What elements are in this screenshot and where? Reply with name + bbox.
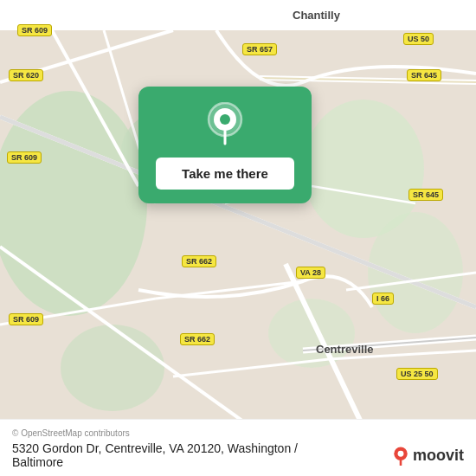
svg-point-6 — [61, 325, 164, 411]
map-background — [0, 0, 476, 476]
moovit-logo: moovit — [392, 445, 464, 466]
road-label-sr620: SR 620 — [9, 69, 43, 81]
bottom-bar: © OpenStreetMap contributors 5320 Gordon… — [0, 419, 476, 476]
svg-point-4 — [368, 212, 463, 333]
address-line: 5320 Gordon Dr, Centreville, VA 20120, W… — [12, 441, 464, 469]
road-label-i66: I 66 — [372, 293, 394, 305]
road-label-us50: US 50 — [403, 33, 434, 45]
take-me-there-button[interactable]: Take me there — [156, 158, 294, 190]
svg-point-30 — [398, 451, 404, 457]
road-label-sr657: SR 657 — [242, 43, 277, 55]
pin-icon-wrapper — [203, 102, 248, 147]
road-label-us2550: US 25 50 — [396, 368, 438, 380]
location-card: Take me there — [138, 87, 312, 203]
address-city: Baltimore — [12, 455, 63, 469]
address-main: 5320 Gordon Dr, Centreville, VA 20120, W… — [12, 441, 298, 455]
moovit-pin-icon — [392, 445, 409, 466]
road-label-sr609-ml: SR 609 — [7, 151, 42, 164]
road-label-sr609-bl: SR 609 — [9, 313, 43, 325]
road-label-sr662-bl: SR 662 — [180, 333, 215, 345]
pin-icon — [206, 102, 244, 147]
road-label-sr645-mr: SR 645 — [408, 189, 443, 201]
road-label-sr662-ml: SR 662 — [182, 255, 216, 267]
address-text: 5320 Gordon Dr, Centreville, VA 20120, W… — [12, 441, 298, 469]
road-label-sr645-tr: SR 645 — [407, 69, 441, 81]
city-label-chantilly: Chantilly — [293, 9, 340, 22]
road-label-sr609-tl: SR 609 — [17, 24, 52, 36]
road-label-va28: VA 28 — [296, 267, 325, 279]
moovit-text: moovit — [413, 447, 464, 465]
svg-point-27 — [220, 114, 230, 125]
copyright-line: © OpenStreetMap contributors — [12, 428, 464, 438]
map-container: SR 609 SR 620 SR 609 SR 657 US 50 SR 645… — [0, 0, 476, 476]
city-label-centreville: Centreville — [316, 343, 373, 356]
